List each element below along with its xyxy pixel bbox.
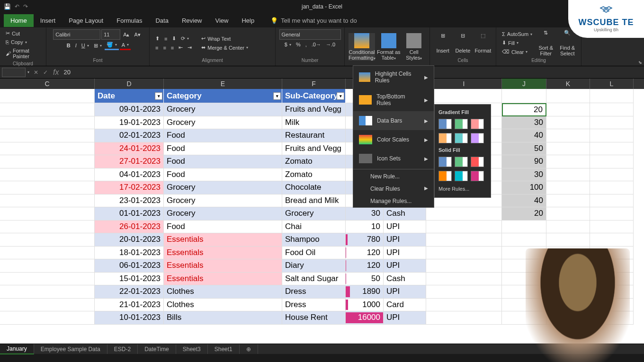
databar-gradient-lightblue[interactable] xyxy=(455,133,468,143)
clear-rules-item[interactable]: Clear Rules▶ xyxy=(353,183,434,195)
align-bottom-button[interactable]: ⬇ xyxy=(170,35,178,43)
cell-date[interactable]: 19-01-2023 xyxy=(95,116,164,130)
cell-payment[interactable]: UPI xyxy=(384,285,426,299)
cell-amount[interactable]: 120 xyxy=(346,259,384,273)
cell-date[interactable]: 01-01-2023 xyxy=(95,207,164,221)
cell-j[interactable]: 100 xyxy=(502,181,546,194)
underline-button[interactable]: U▾ xyxy=(80,42,91,49)
cell-date[interactable]: 20-01-2023 xyxy=(95,233,164,247)
cell-category[interactable]: Essentials xyxy=(164,259,282,273)
column-header-L[interactable]: L xyxy=(590,79,634,89)
cell-date[interactable]: 15-01-2023 xyxy=(95,273,164,286)
cell-payment[interactable]: UPI xyxy=(384,233,426,247)
cell-category[interactable]: Food xyxy=(164,168,282,182)
databar-gradient-red[interactable] xyxy=(471,119,484,129)
tell-me[interactable]: 💡 Tell me what you want to do xyxy=(270,17,357,24)
cell-payment[interactable]: UPI xyxy=(384,311,426,325)
cell-subcategory[interactable]: Bread and Milk xyxy=(282,194,346,208)
column-header-F[interactable]: F xyxy=(282,79,346,89)
cell-date[interactable]: 26-01-2023 xyxy=(95,221,164,234)
cell-category[interactable]: Essentials xyxy=(164,247,282,260)
bold-button[interactable]: B xyxy=(65,42,72,49)
cell-date[interactable]: 21-01-2023 xyxy=(95,299,164,312)
cell-subcategory[interactable]: Grocery xyxy=(282,207,346,221)
percent-button[interactable]: % xyxy=(294,41,303,48)
cell-date[interactable]: 23-01-2023 xyxy=(95,194,164,208)
cell-j[interactable]: 20 xyxy=(502,207,546,221)
cell-category[interactable]: Food xyxy=(164,155,282,168)
align-right-button[interactable]: ≡ xyxy=(169,44,176,52)
data-bars-item[interactable]: Data Bars▶ xyxy=(353,111,434,130)
cell-amount[interactable]: 780 xyxy=(346,233,384,247)
tab-view[interactable]: View xyxy=(209,14,235,27)
cell-date[interactable]: 02-01-2023 xyxy=(95,129,164,142)
filter-button[interactable]: ▾ xyxy=(155,92,162,100)
more-rules-item[interactable]: More Rules... xyxy=(438,183,488,194)
highlight-cells-rules-item[interactable]: Highlight Cells Rules▶ xyxy=(353,66,434,88)
cell-date[interactable]: 27-01-2023 xyxy=(95,155,164,168)
sort-filter-button[interactable]: ⇅Sort & Filter xyxy=(536,30,555,56)
cell-date[interactable]: 04-01-2023 xyxy=(95,168,164,182)
fill-button[interactable]: ⬇Fill▾ xyxy=(500,39,534,47)
databar-solid-red[interactable] xyxy=(471,157,484,167)
cell-j[interactable]: 30 xyxy=(502,168,546,182)
top-bottom-rules-item[interactable]: Top/Bottom Rules▶ xyxy=(353,88,434,111)
cell-category[interactable]: Clothes xyxy=(164,299,282,312)
borders-button[interactable]: ⊞▾ xyxy=(92,42,104,50)
cell-payment[interactable]: Cash xyxy=(384,207,426,221)
cancel-formula-button[interactable]: ✕ xyxy=(31,69,41,76)
cell-amount[interactable]: 50 xyxy=(346,273,384,286)
indent-inc-button[interactable]: ⇥ xyxy=(186,44,194,52)
save-icon[interactable]: 💾 xyxy=(4,3,11,10)
databar-solid-lightblue[interactable] xyxy=(455,171,468,181)
tab-home[interactable]: Home xyxy=(4,14,34,27)
cell-amount[interactable]: 1000 xyxy=(346,299,384,312)
format-as-table-button[interactable]: Format as Table▾ xyxy=(377,33,401,61)
databar-gradient-purple[interactable] xyxy=(471,133,484,143)
cell-category[interactable]: Grocery xyxy=(164,116,282,130)
shrink-font-button[interactable]: A▾ xyxy=(133,31,143,39)
currency-button[interactable]: $▾ xyxy=(283,41,293,48)
tab-insert[interactable]: Insert xyxy=(34,14,63,27)
cell-date[interactable]: 18-01-2023 xyxy=(95,247,164,260)
sheet-tab-esd-2[interactable]: ESD-2 xyxy=(107,344,138,354)
databar-gradient-orange[interactable] xyxy=(438,133,452,143)
wrap-text-button[interactable]: ↩Wrap Text xyxy=(199,35,250,43)
number-format-select[interactable] xyxy=(279,29,341,40)
inc-decimal-button[interactable]: .0→ xyxy=(310,41,323,48)
databar-solid-purple[interactable] xyxy=(471,171,484,181)
format-cells-button[interactable]: ⬚Format xyxy=(474,33,492,53)
cell-subcategory[interactable]: Chai xyxy=(282,221,346,234)
align-left-button[interactable]: ≡ xyxy=(153,44,160,52)
cell-j[interactable]: 90 xyxy=(502,155,546,168)
name-box[interactable] xyxy=(2,68,26,77)
cell-styles-button[interactable]: Cell Styles▾ xyxy=(402,33,426,61)
new-rule-item[interactable]: New Rule... xyxy=(353,170,434,183)
databar-solid-green[interactable] xyxy=(455,157,468,167)
insert-cells-button[interactable]: ⊞Insert xyxy=(434,33,452,53)
cell-category[interactable]: Essentials xyxy=(164,233,282,247)
cell-payment[interactable]: Cash xyxy=(384,273,426,286)
dec-decimal-button[interactable]: →.0 xyxy=(324,41,337,48)
manage-rules-item[interactable]: Manage Rules... xyxy=(353,195,434,207)
cell-subcategory[interactable]: Salt and Sugar xyxy=(282,273,346,286)
align-center-button[interactable]: ≡ xyxy=(161,44,168,52)
cell-j[interactable] xyxy=(502,221,546,234)
tab-page-layout[interactable]: Page Layout xyxy=(62,14,110,27)
conditional-formatting-button[interactable]: Conditional Formatting▾ xyxy=(349,33,375,61)
new-sheet-button[interactable]: ⊕ xyxy=(240,344,258,354)
comma-button[interactable]: , xyxy=(304,41,309,48)
cell-amount[interactable]: 30 xyxy=(346,207,384,221)
color-scales-item[interactable]: Color Scales▶ xyxy=(353,130,434,149)
sheet-tab-sheet1[interactable]: Sheet1 xyxy=(208,344,240,354)
column-header-D[interactable]: D xyxy=(95,79,164,89)
databar-solid-orange[interactable] xyxy=(438,171,452,181)
filter-button[interactable]: ▾ xyxy=(273,92,281,100)
fill-color-button[interactable]: 🪣▾ xyxy=(105,41,119,50)
cell-j[interactable]: 20 xyxy=(502,103,546,116)
cell-j[interactable]: 40 xyxy=(502,194,546,208)
cell-payment[interactable]: UPI xyxy=(384,259,426,273)
cell-amount[interactable]: 120 xyxy=(346,247,384,260)
cell-subcategory[interactable]: Dress xyxy=(282,299,346,312)
italic-button[interactable]: I xyxy=(73,42,79,49)
